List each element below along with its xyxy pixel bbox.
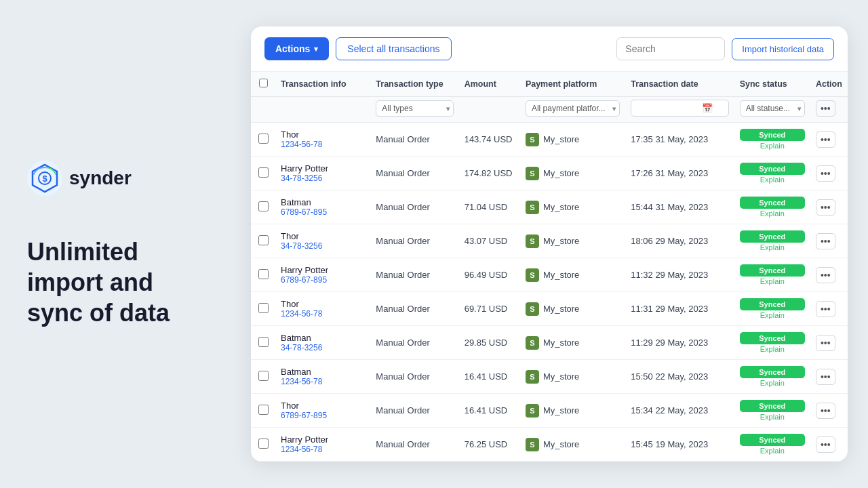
row-amount: 16.41 USD xyxy=(459,394,520,428)
explain-link[interactable]: Explain xyxy=(740,142,805,150)
row-checkbox-5[interactable] xyxy=(258,303,269,313)
synced-badge: Synced xyxy=(740,434,805,446)
row-checkbox-7[interactable] xyxy=(258,371,269,381)
import-historical-button[interactable]: Import historical data xyxy=(732,38,834,60)
row-checkbox-3[interactable] xyxy=(258,235,269,245)
th-checkbox xyxy=(251,72,275,97)
actions-button[interactable]: Actions ▾ xyxy=(264,37,329,60)
row-tx-info: Thor 1234-56-78 xyxy=(275,123,370,157)
synced-badge: Synced xyxy=(740,230,805,243)
explain-link[interactable]: Explain xyxy=(740,277,805,285)
search-input-wrap xyxy=(616,37,725,60)
explain-link[interactable]: Explain xyxy=(740,243,805,251)
row-more-button[interactable]: ••• xyxy=(816,165,835,182)
row-action: ••• xyxy=(810,224,848,258)
row-action: ••• xyxy=(810,326,848,360)
row-type: Manual Order xyxy=(370,123,458,157)
row-id[interactable]: 6789-67-895 xyxy=(281,207,365,217)
row-more-button[interactable]: ••• xyxy=(816,233,835,249)
row-checkbox-cell xyxy=(251,224,275,258)
explain-link[interactable]: Explain xyxy=(740,413,805,421)
row-platform: S My_store xyxy=(520,190,625,224)
row-amount: 174.82 USD xyxy=(459,157,520,190)
row-checkbox-6[interactable] xyxy=(258,337,269,347)
row-id[interactable]: 1234-56-78 xyxy=(281,445,365,454)
calendar-icon[interactable]: 📅 xyxy=(702,103,713,113)
row-checkbox-cell xyxy=(251,326,275,360)
row-id[interactable]: 6789-67-895 xyxy=(281,411,365,420)
row-platform-name: My_store xyxy=(543,439,579,449)
row-more-button[interactable]: ••• xyxy=(816,335,835,351)
explain-link[interactable]: Explain xyxy=(740,379,805,387)
shopify-icon: S xyxy=(526,268,539,282)
row-date: 15:44 31 May, 2023 xyxy=(625,190,734,224)
row-more-button[interactable]: ••• xyxy=(816,301,835,317)
row-status: Synced Explain xyxy=(734,394,810,428)
row-checkbox-cell xyxy=(251,258,275,292)
shopify-icon: S xyxy=(526,370,539,384)
row-name: Harry Potter xyxy=(281,163,365,174)
row-amount: 43.07 USD xyxy=(459,224,520,258)
row-status: Synced Explain xyxy=(734,292,810,326)
row-more-button[interactable]: ••• xyxy=(816,436,835,453)
row-checkbox-2[interactable] xyxy=(258,201,269,211)
row-id[interactable]: 6789-67-895 xyxy=(281,275,365,285)
row-platform: S My_store xyxy=(520,360,625,394)
row-tx-info: Harry Potter 34-78-3256 xyxy=(275,157,370,190)
row-id[interactable]: 34-78-3256 xyxy=(281,174,365,183)
row-more-button[interactable]: ••• xyxy=(816,369,835,385)
row-checkbox-cell xyxy=(251,123,275,157)
row-name: Harry Potter xyxy=(281,434,365,445)
row-type: Manual Order xyxy=(370,326,458,360)
row-action: ••• xyxy=(810,360,848,394)
row-checkbox-8[interactable] xyxy=(258,405,269,415)
row-name: Batman xyxy=(281,333,365,343)
row-id[interactable]: 1234-56-78 xyxy=(281,140,365,149)
row-more-button[interactable]: ••• xyxy=(816,131,835,148)
row-name: Thor xyxy=(281,299,365,309)
row-checkbox-1[interactable] xyxy=(258,167,269,178)
row-type: Manual Order xyxy=(370,360,458,394)
row-tx-info: Harry Potter 1234-56-78 xyxy=(275,428,370,462)
explain-link[interactable]: Explain xyxy=(740,447,805,455)
row-platform-name: My_store xyxy=(543,134,579,144)
row-more-button[interactable]: ••• xyxy=(816,403,835,419)
filter-status: All statuse... xyxy=(734,97,810,123)
date-filter-input[interactable] xyxy=(637,104,698,113)
explain-link[interactable]: Explain xyxy=(740,311,805,319)
filter-more-button[interactable]: ••• xyxy=(816,100,835,117)
select-all-button[interactable]: Select all transactions xyxy=(336,37,451,60)
shopify-icon: S xyxy=(526,201,539,214)
row-platform-name: My_store xyxy=(543,304,579,314)
row-checkbox-cell xyxy=(251,190,275,224)
row-checkbox-9[interactable] xyxy=(258,439,269,449)
select-all-checkbox[interactable] xyxy=(259,79,268,87)
row-id[interactable]: 1234-56-78 xyxy=(281,309,365,319)
shopify-icon: S xyxy=(526,133,539,146)
row-more-button[interactable]: ••• xyxy=(816,267,835,283)
explain-link[interactable]: Explain xyxy=(740,345,805,353)
row-status: Synced Explain xyxy=(734,360,810,394)
type-filter-select[interactable]: All types xyxy=(376,100,453,117)
shopify-icon: S xyxy=(526,235,539,248)
row-id[interactable]: 1234-56-78 xyxy=(281,377,365,386)
row-more-button[interactable]: ••• xyxy=(816,199,835,216)
row-status: Synced Explain xyxy=(734,258,810,292)
status-filter-select[interactable]: All statuse... xyxy=(740,100,805,117)
row-id[interactable]: 34-78-3256 xyxy=(281,241,365,251)
row-status: Synced Explain xyxy=(734,157,810,190)
table-row: Harry Potter 1234-56-78 Manual Order 76.… xyxy=(251,428,848,462)
platform-filter-select[interactable]: All payment platfor... xyxy=(526,100,620,117)
explain-link[interactable]: Explain xyxy=(740,176,805,184)
row-name: Thor xyxy=(281,401,365,411)
row-platform-name: My_store xyxy=(543,168,579,178)
row-tx-info: Harry Potter 6789-67-895 xyxy=(275,258,370,292)
search-input[interactable] xyxy=(616,37,725,60)
explain-link[interactable]: Explain xyxy=(740,209,805,218)
row-checkbox-0[interactable] xyxy=(258,134,269,144)
row-date: 11:29 29 May, 2023 xyxy=(625,326,734,360)
row-id[interactable]: 34-78-3256 xyxy=(281,343,365,352)
row-checkbox-4[interactable] xyxy=(258,269,269,279)
synced-badge: Synced xyxy=(740,332,805,344)
row-platform: S My_store xyxy=(520,224,625,258)
